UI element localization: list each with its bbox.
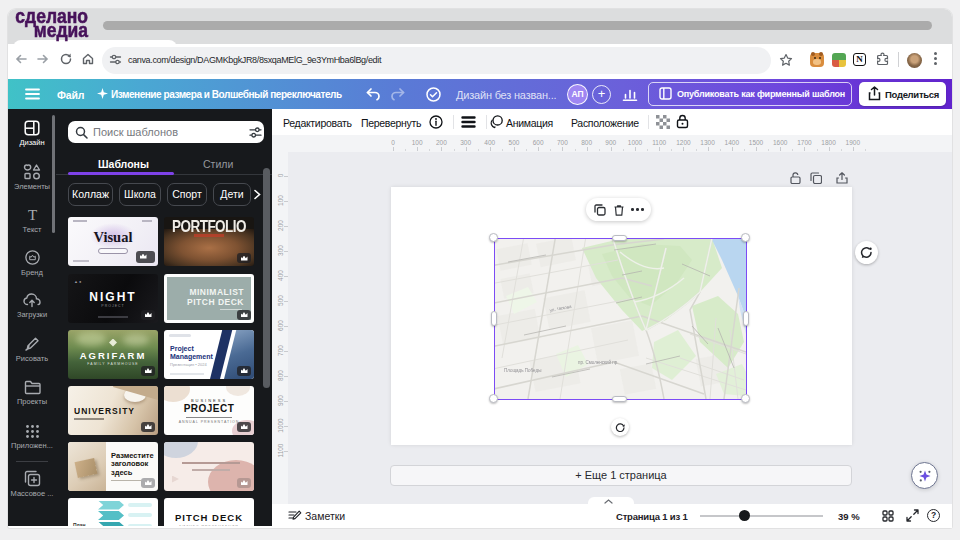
- svg-text:T: T: [27, 207, 36, 223]
